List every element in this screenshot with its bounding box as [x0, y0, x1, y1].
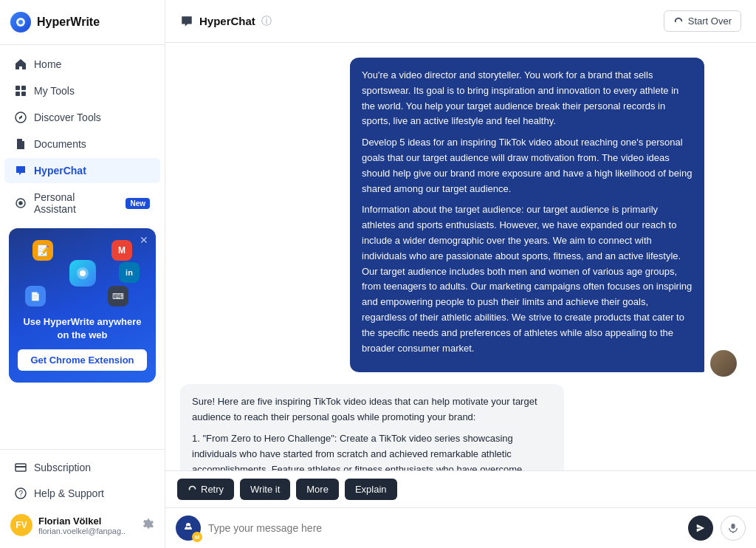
action-bar: Retry Write it More Explain	[165, 470, 756, 507]
ai-message-idea1: 1. "From Zero to Hero Challenge": Create…	[192, 431, 552, 470]
file-icon	[15, 138, 27, 150]
svg-text:?: ?	[19, 490, 24, 498]
persona-button[interactable]: M	[176, 516, 201, 541]
svg-marker-7	[19, 115, 22, 120]
svg-rect-4	[16, 92, 20, 96]
ai-message-container: Sure! Here are five inspiring TikTok vid…	[180, 384, 741, 470]
user-message-part1: You're a video director and storyteller.…	[362, 68, 693, 129]
start-over-button[interactable]: Start Over	[664, 10, 741, 32]
circle-icon	[15, 197, 27, 209]
explain-button[interactable]: Explain	[345, 479, 397, 500]
microphone-button[interactable]	[721, 516, 746, 541]
promo-icon-gmail: M	[111, 240, 132, 261]
sidebar-item-hyperchat[interactable]: HyperChat	[4, 158, 160, 183]
compass-icon	[15, 112, 27, 123]
sidebar-item-help-support[interactable]: ? Help & Support	[4, 481, 160, 506]
chat-input-area: M	[165, 507, 756, 548]
persona-icon	[182, 522, 194, 534]
promo-icon-doc: 📄	[25, 286, 46, 306]
promo-center-hw-icon	[69, 260, 96, 287]
sidebar-label-home: Home	[34, 58, 61, 70]
sidebar-label-my-tools: My Tools	[34, 85, 75, 97]
svg-rect-3	[21, 86, 26, 90]
write-it-button[interactable]: Write it	[240, 479, 290, 500]
sidebar-label-documents: Documents	[34, 138, 86, 150]
sidebar-label-personal-assistant: Personal Assistant	[34, 191, 118, 215]
gear-icon	[142, 518, 154, 530]
chat-input-field[interactable]	[208, 522, 681, 534]
get-chrome-extension-button[interactable]: Get Chrome Extension	[18, 349, 147, 371]
grid-icon	[15, 85, 27, 97]
user-name: Florian Völkel	[38, 516, 137, 527]
header-title-area: HyperChat ⓘ	[180, 15, 272, 28]
main-content: HyperChat ⓘ Start Over You're a video di…	[165, 0, 756, 548]
promo-icon-linkedin: in	[119, 262, 140, 283]
promo-title: Use HyperWrite anywhere on the web	[18, 315, 147, 342]
card-icon	[15, 462, 27, 473]
ai-message: Sure! Here are five inspiring TikTok vid…	[180, 384, 564, 470]
write-it-label: Write it	[250, 484, 280, 495]
logo-icon	[10, 12, 31, 32]
settings-gear-button[interactable]	[142, 518, 154, 532]
user-profile[interactable]: FV Florian Völkel florian.voelkel@fanpag…	[0, 507, 165, 544]
refresh-icon	[673, 16, 684, 27]
user-info: Florian Völkel florian.voelkel@fanpag..	[38, 516, 137, 535]
svg-rect-16	[731, 524, 735, 529]
user-avatar: FV	[10, 514, 32, 536]
sidebar-label-discover-tools: Discover Tools	[34, 112, 101, 123]
chat-messages: You're a video director and storyteller.…	[165, 43, 756, 470]
promo-illustration: 📝 M 📄 in ⌨	[18, 240, 147, 306]
app-name: HyperWrite	[37, 16, 100, 29]
ai-message-intro: Sure! Here are five inspiring TikTok vid…	[192, 394, 552, 425]
microphone-icon	[728, 523, 738, 533]
chat-icon	[15, 165, 27, 177]
sidebar-item-personal-assistant[interactable]: Personal Assistant New	[4, 185, 160, 222]
sidebar-item-documents[interactable]: Documents	[4, 131, 160, 157]
chrome-extension-promo: ✕ 📝 M 📄 in ⌨ Use HyperWrite anywhere on …	[9, 228, 156, 383]
user-email: florian.voelkel@fanpag..	[38, 527, 137, 535]
user-message: You're a video director and storyteller.…	[350, 58, 704, 372]
svg-point-11	[80, 270, 86, 276]
promo-icon-notion: 📝	[32, 240, 53, 261]
hyperchat-icon	[180, 15, 193, 28]
user-message-part3: Information about the target audience: o…	[362, 202, 693, 356]
new-badge: New	[126, 198, 150, 209]
sidebar-bottom: Subscription ? Help & Support FV Florian…	[0, 449, 165, 548]
retry-label: Retry	[201, 484, 224, 495]
sidebar-label-hyperchat: HyperChat	[34, 165, 86, 177]
help-icon: ?	[15, 487, 27, 499]
retry-button[interactable]: Retry	[177, 479, 234, 500]
explain-label: Explain	[355, 484, 387, 495]
svg-rect-13	[16, 466, 26, 467]
chat-header: HyperChat ⓘ Start Over	[165, 0, 756, 43]
home-icon	[15, 58, 27, 70]
send-button[interactable]	[688, 516, 713, 541]
persona-badge: M	[192, 532, 202, 542]
sidebar-label-subscription: Subscription	[34, 462, 91, 473]
retry-icon	[188, 484, 197, 494]
user-message-container: You're a video director and storyteller.…	[180, 58, 741, 372]
info-icon[interactable]: ⓘ	[261, 15, 272, 28]
sidebar-item-subscription[interactable]: Subscription	[4, 455, 160, 480]
sidebar-item-home[interactable]: Home	[4, 52, 160, 77]
logo: HyperWrite	[0, 0, 165, 45]
sidebar-label-help-support: Help & Support	[34, 487, 104, 499]
svg-point-9	[19, 202, 22, 205]
start-over-label: Start Over	[688, 16, 732, 27]
svg-rect-5	[21, 92, 26, 96]
svg-rect-2	[16, 86, 20, 90]
chat-title: HyperChat	[199, 15, 255, 27]
promo-icon-code: ⌨	[108, 286, 128, 306]
sidebar-item-discover-tools[interactable]: Discover Tools	[4, 105, 160, 130]
svg-point-1	[18, 20, 23, 24]
more-button[interactable]: More	[296, 479, 339, 500]
sidebar: HyperWrite Home My Tools Discover Tools …	[0, 0, 165, 548]
sidebar-navigation: Home My Tools Discover Tools Documents H…	[0, 45, 165, 449]
more-label: More	[306, 484, 329, 495]
send-arrow-icon	[695, 523, 706, 533]
sidebar-item-my-tools[interactable]: My Tools	[4, 78, 160, 103]
user-message-part2: Develop 5 ideas for an inspiring TikTok …	[362, 135, 693, 196]
user-avatar-chat	[710, 350, 737, 377]
